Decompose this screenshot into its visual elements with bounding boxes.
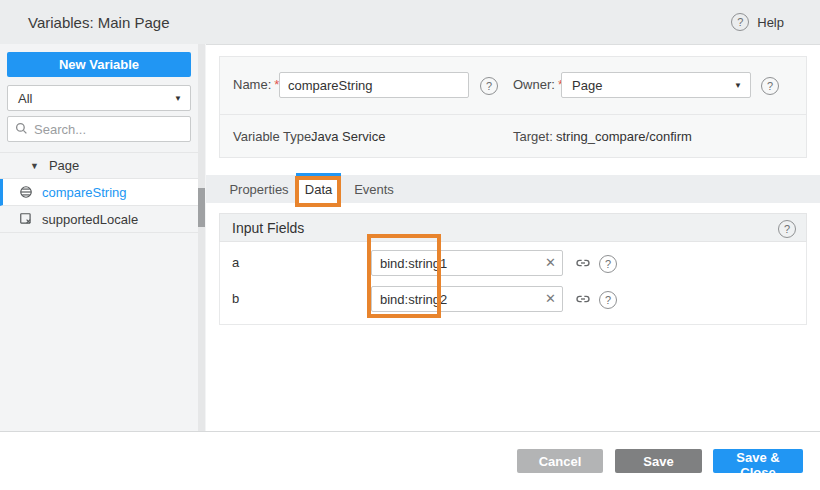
input-fields-help-icon[interactable]: ? [778,220,796,238]
clear-icon[interactable]: ✕ [545,290,556,308]
tree-group-page[interactable]: ▼ Page [0,152,198,179]
field-help-icon[interactable]: ? [599,291,617,309]
help-label: Help [757,15,784,30]
bind-input-a[interactable] [371,250,563,276]
bind-input-wrap: ✕ [371,250,563,276]
tree-item-comparestring[interactable]: compareString [0,179,198,206]
help-question-icon: ? [731,13,749,31]
variables-sidebar: New Variable All ▼ ▼ Page compareString [0,44,206,431]
service-icon [19,185,33,199]
dialog-header: Variables: Main Page ? Help [0,0,820,45]
tree-item-supportedlocale[interactable]: supportedLocale [0,206,198,233]
owner-selected-value: Page [572,78,602,93]
field-label: b [232,286,239,312]
tab-events[interactable]: Events [348,175,400,203]
search-input[interactable] [7,116,191,142]
sidebar-scrollbar[interactable] [198,44,205,431]
input-fields-header: Input Fields ? [219,213,807,242]
tree-expander-icon: ▼ [30,161,39,171]
variable-type-value: Java Service [311,129,385,144]
field-icon [19,212,33,226]
link-icon[interactable] [575,255,591,271]
form-divider [220,114,806,115]
target-value: string_compare/confirm [556,129,692,144]
name-label: Name:* [233,72,279,98]
input-fields-title: Input Fields [232,220,304,236]
new-variable-button[interactable]: New Variable [7,52,191,77]
owner-label: Owner:* [513,72,563,98]
target-label: Target: [513,129,553,144]
filter-selected-value: All [18,91,32,106]
field-label: a [232,250,239,276]
page-title: Variables: Main Page [28,14,169,31]
field-row-a: a ✕ ? [220,250,806,276]
scrollbar-thumb[interactable] [198,188,205,227]
name-input[interactable] [279,72,469,98]
field-row-b: b ✕ ? [220,286,806,312]
bind-input-b[interactable] [371,286,563,312]
tree-item-label: supportedLocale [42,212,138,227]
clear-icon[interactable]: ✕ [545,254,556,272]
variable-form-panel: Name:* ? Owner:* Page ▼ ? Variable Type:… [219,56,807,158]
save-close-button[interactable]: Save & Close [713,449,803,473]
variable-filter-select[interactable]: All ▼ [7,85,191,111]
tree-item-label: compareString [42,185,127,200]
chevron-down-icon: ▼ [174,94,182,103]
variables-tree: ▼ Page compareString supportedLocale [0,152,198,233]
chevron-down-icon: ▼ [734,81,742,90]
search-icon [15,122,28,135]
link-icon[interactable] [575,291,591,307]
field-help-icon[interactable]: ? [599,255,617,273]
name-help-icon[interactable]: ? [480,77,498,95]
tab-data[interactable]: Data [296,173,341,203]
search-box [7,116,191,142]
input-fields-body: a ✕ ? b ✕ ? [219,242,807,325]
content-footer-divider [0,431,820,432]
variables-dialog: Variables: Main Page ? Help New Variable… [0,0,820,490]
cancel-button[interactable]: Cancel [517,449,603,473]
owner-help-icon[interactable]: ? [761,77,779,95]
help-button[interactable]: ? Help [731,0,784,44]
variable-type-label: Variable Type: [233,129,315,144]
owner-select[interactable]: Page ▼ [561,72,751,98]
tab-properties[interactable]: Properties [224,175,294,203]
save-button[interactable]: Save [615,449,702,473]
bind-input-wrap: ✕ [371,286,563,312]
input-fields-section: Input Fields ? a ✕ ? b ✕ [219,213,807,325]
tree-group-label: Page [49,158,79,173]
